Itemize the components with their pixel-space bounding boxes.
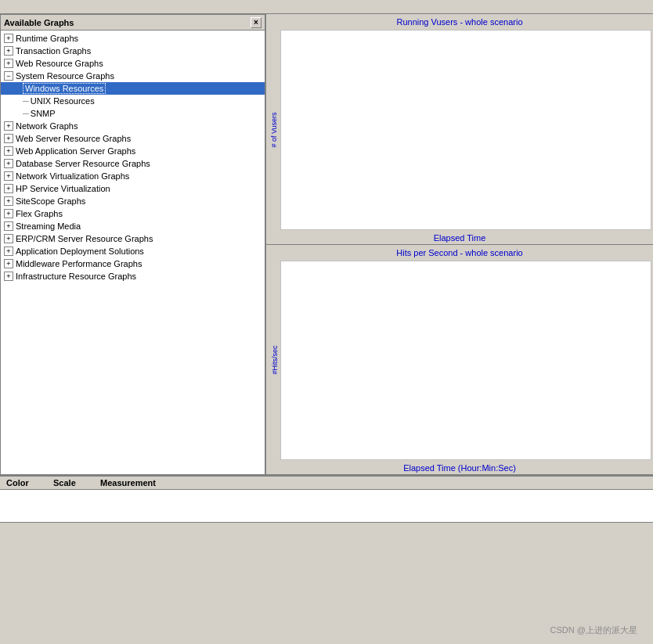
tree-item-db-server[interactable]: + Database Server Resource Graphs [1,157,265,170]
tree-item-middleware[interactable]: + Middleware Performance Graphs [1,257,265,270]
expand-icon-network[interactable]: + [4,121,13,131]
tree-label-middleware: Middleware Performance Graphs [16,259,142,268]
expand-icon-web-app-server[interactable]: + [4,146,13,156]
tree-label-web-app-server: Web Application Server Graphs [16,146,135,156]
tree-sub-item-snmp[interactable]: ─ SNMP [1,107,265,120]
tree-sub-item-windows[interactable]: Windows Resources [1,82,265,95]
tree-item-web-app-server[interactable]: + Web Application Server Graphs [1,145,265,157]
tree-item-sitescope[interactable]: + SiteScope Graphs [1,195,265,207]
legend-bar: Color Scale Measurement [0,476,653,523]
expand-icon-db-server[interactable]: + [4,159,13,168]
bottom-y-axis: #Hits/sec [268,261,280,461]
expand-icon-web-resource[interactable]: + [4,59,13,68]
tree-item-runtime[interactable]: + Runtime Graphs [1,32,265,45]
tree-label-windows: Windows Resources [23,83,106,94]
top-y-axis: # of Vusers [268,30,280,230]
tree-label-transaction: Transaction Graphs [16,46,91,56]
tree-label-unix: UNIX Resources [31,96,95,106]
bottom-graph-canvas [280,261,651,461]
expand-icon-network-virt[interactable]: + [4,171,13,181]
left-panel: Available Graphs × + Runtime Graphs + Tr… [0,14,266,475]
watermark: CSDN @上进的派大星 [550,624,637,636]
expand-icon-app-deployment[interactable]: + [4,246,13,256]
bottom-graph-title: Hits per Second - whole scenario [266,245,653,259]
expand-icon-erp-crm[interactable]: + [4,234,13,243]
tree-label-web-server: Web Server Resource Graphs [16,134,131,143]
expand-icon-streaming[interactable]: + [4,221,13,231]
expand-icon-flex[interactable]: + [4,209,13,218]
tree-item-web-resource[interactable]: + Web Resource Graphs [1,57,265,70]
tree-label-sitescope: SiteScope Graphs [16,196,85,206]
legend-col-scale: Scale [50,477,97,488]
tree-item-network-virt[interactable]: + Network Virtualization Graphs [1,170,265,182]
top-graph-section: Running Vusers - whole scenario # of Vus… [266,14,653,245]
tree-item-infrastructure[interactable]: + Infrastructure Resource Graphs [1,270,265,282]
expand-icon-system-resource[interactable]: − [4,71,13,81]
expand-icon-middleware[interactable]: + [4,259,13,268]
expand-icon-runtime[interactable]: + [4,34,13,43]
legend-content [0,490,653,520]
expand-icon-hp-service[interactable]: + [4,184,13,193]
expand-icon-web-server[interactable]: + [4,134,13,143]
tree-item-streaming[interactable]: + Streaming Media [1,220,265,232]
top-graph-title: Running Vusers - whole scenario [266,14,653,28]
right-panel: Running Vusers - whole scenario # of Vus… [266,14,653,475]
tree-label-db-server: Database Server Resource Graphs [16,159,150,168]
tree-item-erp-crm[interactable]: + ERP/CRM Server Resource Graphs [1,232,265,245]
tree-label-network-virt: Network Virtualization Graphs [16,171,129,181]
tree-item-network[interactable]: + Network Graphs [1,120,265,132]
legend-col-color: Color [3,477,50,488]
tree-item-flex[interactable]: + Flex Graphs [1,207,265,220]
main-layout: Available Graphs × + Runtime Graphs + Tr… [0,14,653,476]
tree-item-hp-service[interactable]: + HP Service Virtualization [1,182,265,195]
tree-label-erp-crm: ERP/CRM Server Resource Graphs [16,234,153,243]
tree-item-transaction[interactable]: + Transaction Graphs [1,45,265,57]
top-graph-footer: Elapsed Time [266,232,653,244]
tree-label-web-resource: Web Resource Graphs [16,59,103,68]
tree-label-snmp: SNMP [31,109,56,118]
tree-label-network: Network Graphs [16,121,78,131]
tree-label-streaming: Streaming Media [16,221,81,231]
dash-icon-unix: ─ [23,96,29,106]
tree-container: + Runtime Graphs + Transaction Graphs + … [1,31,265,474]
tree-label-infrastructure: Infrastructure Resource Graphs [16,272,136,281]
tree-label-app-deployment: Application Deployment Solutions [16,246,144,256]
top-graph-wrapper: # of Vusers [266,28,653,232]
panel-title: Available Graphs [4,18,74,27]
expand-icon-infrastructure[interactable]: + [4,272,13,281]
tree-item-app-deployment[interactable]: + Application Deployment Solutions [1,245,265,257]
legend-col-measurement: Measurement [97,477,650,488]
tree-item-system-resource[interactable]: − System Resource Graphs [1,70,265,82]
expand-icon-sitescope[interactable]: + [4,196,13,206]
tree-label-hp-service: HP Service Virtualization [16,184,110,193]
top-graph-canvas [280,30,651,230]
bottom-graph-section: Hits per Second - whole scenario #Hits/s… [266,245,653,476]
expand-icon-transaction[interactable]: + [4,46,13,56]
panel-header: Available Graphs × [1,15,265,31]
top-bar [0,0,653,14]
tree-item-web-server[interactable]: + Web Server Resource Graphs [1,132,265,145]
tree-label-runtime: Runtime Graphs [16,34,78,43]
tree-label-flex: Flex Graphs [16,209,63,218]
close-button[interactable]: × [251,17,262,28]
dash-icon-snmp: ─ [23,109,29,118]
bottom-graph-footer: Elapsed Time (Hour:Min:Sec) [266,462,653,474]
tree-label-system-resource: System Resource Graphs [16,71,114,81]
tree-sub-item-unix[interactable]: ─ UNIX Resources [1,95,265,107]
legend-header: Color Scale Measurement [0,477,653,490]
bottom-graph-wrapper: #Hits/sec [266,259,653,462]
